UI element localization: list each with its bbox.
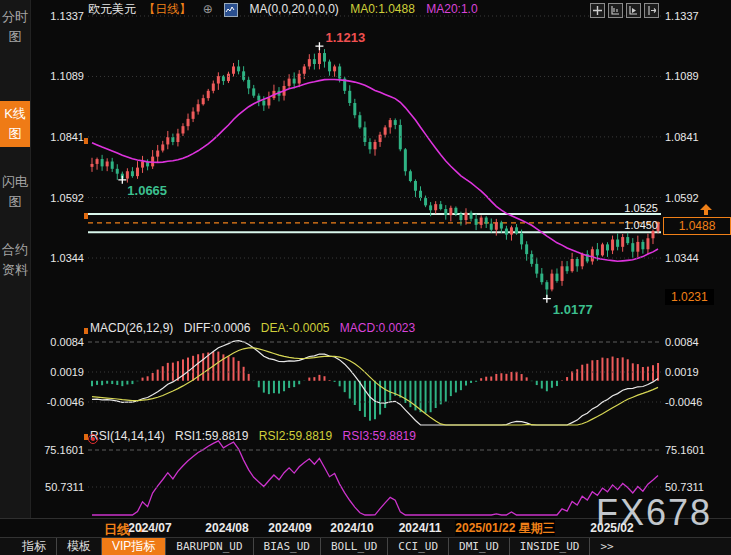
rsi-axis-label-left: 75.1601: [30, 444, 84, 456]
tabs-more-button[interactable]: >>: [590, 538, 623, 555]
tab-bias_ud[interactable]: BIAS_UD: [254, 538, 321, 555]
high-annotation: 1.1213: [325, 30, 365, 45]
rsi-panel-header: RSI(14,14,14) RSI1:59.8819 RSI2:59.8819 …: [90, 429, 423, 443]
chart-toolbar: [590, 3, 659, 18]
rsi2-value: RSI2:59.8819: [259, 429, 332, 443]
macd-axis-label-right: -0.0046: [665, 396, 727, 408]
low-left-annotation: 1.0665: [127, 183, 167, 198]
price-up-arrow-icon: [699, 204, 713, 216]
rsi-axis-label-right: 50.7311: [665, 481, 727, 493]
price-axis-label-right: 1.0592: [665, 192, 727, 204]
chart-canvas[interactable]: 1.12131.06651.0177: [0, 0, 731, 555]
resistance-level-label: 1.0525: [560, 202, 658, 214]
low-right-annotation: 1.0177: [553, 302, 593, 317]
price-axis-label-left: 1.0841: [30, 131, 84, 143]
tab-vip指标[interactable]: VIP指标: [102, 538, 166, 555]
add-indicator-icon[interactable]: ⊕: [203, 2, 213, 16]
macd-panel-header: MACD(26,12,9) DIFF:0.0006 DEA:-0.0005 MA…: [90, 321, 422, 335]
macd-axis-label-left: -0.0046: [30, 396, 84, 408]
price-axis-label-right: 1.1337: [665, 10, 727, 22]
move-icon[interactable]: [590, 3, 605, 18]
support-level-label: 1.0450: [560, 219, 658, 231]
date-axis-label: 2024/08: [205, 521, 248, 535]
ma20-value-label: MA20:1.0: [426, 2, 477, 16]
date-axis-label: 2025/02: [590, 521, 633, 535]
rsi-axis-label-left: 50.7311: [30, 481, 84, 493]
date-axis-label: 2024/07: [128, 521, 171, 535]
tab-dmi_ud[interactable]: DMI_UD: [449, 538, 510, 555]
macd-axis-label-left: 0.0084: [30, 336, 84, 348]
time-axis: 日线 ▲ 2025/01/22 星期三 2024/072024/082024/0…: [0, 518, 731, 538]
rsi1-value: RSI1:59.8819: [175, 429, 248, 443]
price-axis-label-left: 1.0592: [30, 192, 84, 204]
pane-add-icon[interactable]: [608, 3, 623, 18]
tab-cci_ud[interactable]: CCI_UD: [388, 538, 449, 555]
date-axis-label: 2024/09: [268, 521, 311, 535]
ma0-value-label: MA0:1.0488: [350, 2, 415, 16]
ma-settings-label: MA(0,0,20,0,0,0): [249, 2, 338, 16]
date-axis-label: 2024/11: [399, 521, 442, 535]
tab-barupdn_ud[interactable]: BARUPDN_UD: [166, 538, 253, 555]
pane-play-icon[interactable]: [626, 3, 641, 18]
price-axis-label-left: 1.1089: [30, 70, 84, 82]
candlestick-mini-icon[interactable]: [224, 3, 238, 17]
price-axis-label-right: 1.0841: [665, 131, 727, 143]
macd-axis-label-right: 0.0084: [665, 336, 727, 348]
price-axis-label-left: 1.1337: [30, 10, 84, 22]
tab-指标[interactable]: 指标: [12, 538, 57, 555]
crosshair-date-label: 2025/01/22 星期三: [455, 520, 555, 536]
macd-dea-value: DEA:-0.0005: [261, 321, 330, 335]
low-price-tag: 1.0231: [665, 289, 714, 305]
symbol-name: 欧元美元: [88, 2, 136, 16]
current-price-box: 1.0488: [663, 217, 731, 235]
pane-expand-icon[interactable]: [644, 3, 659, 18]
tab-模板[interactable]: 模板: [57, 538, 102, 555]
chart-application: 分时图 K线图 闪电图 合约资料 欧元美元 【日线】 ⊕ MA(0,0,20,0…: [0, 0, 731, 555]
tab-boll_ud[interactable]: BOLL_UD: [321, 538, 388, 555]
macd-value: MACD:0.0023: [340, 321, 415, 335]
date-axis-label: 2024/10: [330, 521, 373, 535]
indicator-tab-bar: 指标模板VIP指标BARUPDN_UDBIAS_UDBOLL_UDCCI_UDD…: [0, 537, 731, 555]
alert-dot-icon: [88, 434, 98, 444]
macd-diff-value: DIFF:0.0006: [184, 321, 251, 335]
macd-axis-label-right: 0.0019: [665, 366, 727, 378]
rsi-axis-label-right: 75.1601: [665, 444, 727, 456]
tab-inside_ud[interactable]: INSIDE_UD: [510, 538, 591, 555]
macd-title: MACD(26,12,9): [90, 321, 173, 335]
period-tag: 【日线】: [143, 2, 191, 16]
macd-axis-label-left: 0.0019: [30, 366, 84, 378]
chart-header: 欧元美元 【日线】 ⊕ MA(0,0,20,0,0,0) MA0:1.0488 …: [88, 1, 486, 16]
price-axis-label-right: 1.1089: [665, 70, 727, 82]
price-axis-label-right: 1.0344: [665, 252, 727, 264]
rsi3-value: RSI3:59.8819: [343, 429, 416, 443]
price-axis-label-left: 1.0344: [30, 252, 84, 264]
rsi-title: RSI(14,14,14): [90, 429, 165, 443]
